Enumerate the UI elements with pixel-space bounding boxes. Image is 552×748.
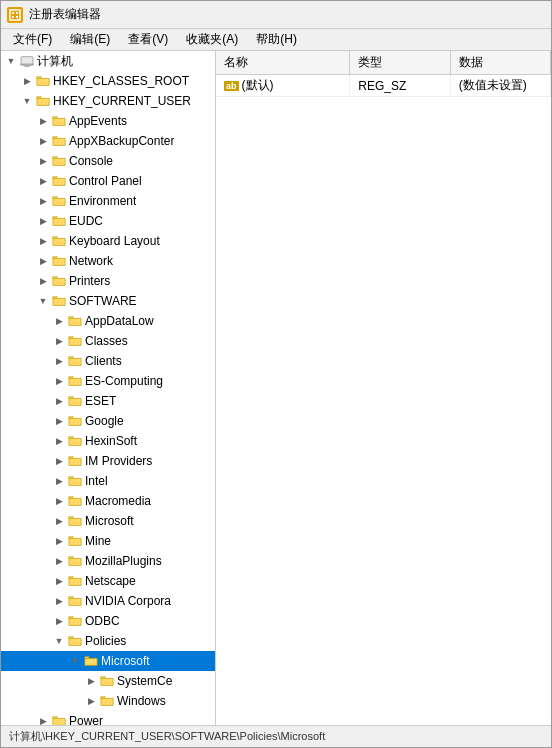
tree-item-keyboard-layout[interactable]: Keyboard Layout xyxy=(1,231,215,251)
expand-arrow-im-providers[interactable] xyxy=(51,451,67,471)
cell-type: REG_SZ xyxy=(350,75,450,97)
label-odbc: ODBC xyxy=(85,614,120,628)
label-macromedia: Macromedia xyxy=(85,494,151,508)
folder-icon-current-user xyxy=(35,93,51,109)
tree-item-eset[interactable]: ESET xyxy=(1,391,215,411)
expand-arrow-microsoft-policies[interactable] xyxy=(67,651,83,671)
expand-arrow-current-user[interactable] xyxy=(19,91,35,111)
expand-arrow-mozillaplugins[interactable] xyxy=(51,551,67,571)
tree-item-appevents[interactable]: AppEvents xyxy=(1,111,215,131)
expand-arrow-network[interactable] xyxy=(35,251,51,271)
label-im-providers: IM Providers xyxy=(85,454,152,468)
menu-view[interactable]: 查看(V) xyxy=(120,29,176,50)
tree-item-classes-root[interactable]: HKEY_CLASSES_ROOT xyxy=(1,71,215,91)
tree-item-classes[interactable]: Classes xyxy=(1,331,215,351)
tree-item-power[interactable]: Power xyxy=(1,711,215,725)
expand-arrow-escomputing[interactable] xyxy=(51,371,67,391)
registry-tree[interactable]: 计算机 HKEY_CLASSES_ROOT xyxy=(1,51,216,725)
folder-icon-intel xyxy=(67,473,83,489)
tree-item-software[interactable]: SOFTWARE xyxy=(1,291,215,311)
expand-arrow-netscape[interactable] xyxy=(51,571,67,591)
computer-label: 计算机 xyxy=(37,53,73,70)
expand-arrow-systemce[interactable] xyxy=(83,671,99,691)
expand-arrow-software[interactable] xyxy=(35,291,51,311)
tree-item-printers[interactable]: Printers xyxy=(1,271,215,291)
menu-file[interactable]: 文件(F) xyxy=(5,29,60,50)
expand-arrow-appxbackup[interactable] xyxy=(35,131,51,151)
table-row[interactable]: ab (默认) REG_SZ (数值未设置) xyxy=(216,75,551,97)
folder-icon-mozillaplugins xyxy=(67,553,83,569)
menu-edit[interactable]: 编辑(E) xyxy=(62,29,118,50)
expand-arrow-classes-root[interactable] xyxy=(19,71,35,91)
expand-arrow-nvidia[interactable] xyxy=(51,591,67,611)
svg-rect-4 xyxy=(16,16,18,18)
expand-arrow-printers[interactable] xyxy=(35,271,51,291)
expand-arrow-power[interactable] xyxy=(35,711,51,725)
expand-arrow-classes[interactable] xyxy=(51,331,67,351)
folder-icon-windows xyxy=(99,693,115,709)
col-name: 名称 xyxy=(216,51,350,75)
expand-arrow-intel[interactable] xyxy=(51,471,67,491)
expand-arrow-console[interactable] xyxy=(35,151,51,171)
expand-arrow-control-panel[interactable] xyxy=(35,171,51,191)
expand-arrow-computer[interactable] xyxy=(3,51,19,71)
label-mozillaplugins: MozillaPlugins xyxy=(85,554,162,568)
tree-item-environment[interactable]: Environment xyxy=(1,191,215,211)
registry-editor-window: 注册表编辑器 文件(F) 编辑(E) 查看(V) 收藏夹(A) 帮助(H) 计 xyxy=(0,0,552,748)
cell-name-text: (默认) xyxy=(242,77,274,94)
tree-item-clients[interactable]: Clients xyxy=(1,351,215,371)
expand-arrow-eset[interactable] xyxy=(51,391,67,411)
tree-item-microsoft-policies[interactable]: Microsoft xyxy=(1,651,215,671)
expand-arrow-clients[interactable] xyxy=(51,351,67,371)
tree-item-macromedia[interactable]: Macromedia xyxy=(1,491,215,511)
tree-item-nvidia[interactable]: NVIDIA Corpora xyxy=(1,591,215,611)
tree-item-mine[interactable]: Mine xyxy=(1,531,215,551)
tree-item-current-user[interactable]: HKEY_CURRENT_USER xyxy=(1,91,215,111)
tree-item-eudc[interactable]: EUDC xyxy=(1,211,215,231)
expand-arrow-mine[interactable] xyxy=(51,531,67,551)
folder-icon-microsoft-policies xyxy=(83,653,99,669)
expand-arrow-windows[interactable] xyxy=(83,691,99,711)
label-hexinsoft: HexinSoft xyxy=(85,434,137,448)
tree-item-intel[interactable]: Intel xyxy=(1,471,215,491)
tree-item-appdatalow[interactable]: AppDataLow xyxy=(1,311,215,331)
expand-arrow-environment[interactable] xyxy=(35,191,51,211)
expand-arrow-macromedia[interactable] xyxy=(51,491,67,511)
tree-item-control-panel[interactable]: Control Panel xyxy=(1,171,215,191)
tree-item-mozillaplugins[interactable]: MozillaPlugins xyxy=(1,551,215,571)
tree-item-policies[interactable]: Policies xyxy=(1,631,215,651)
tree-item-windows[interactable]: Windows xyxy=(1,691,215,711)
expand-arrow-odbc[interactable] xyxy=(51,611,67,631)
expand-arrow-appevents[interactable] xyxy=(35,111,51,131)
folder-icon-environment xyxy=(51,193,67,209)
tree-item-console[interactable]: Console xyxy=(1,151,215,171)
tree-item-im-providers[interactable]: IM Providers xyxy=(1,451,215,471)
tree-item-microsoft-sw[interactable]: Microsoft xyxy=(1,511,215,531)
expand-arrow-hexinsoft[interactable] xyxy=(51,431,67,451)
folder-icon-keyboard-layout xyxy=(51,233,67,249)
tree-item-computer[interactable]: 计算机 xyxy=(1,51,215,71)
tree-item-appxbackup[interactable]: AppXBackupConter xyxy=(1,131,215,151)
tree-item-odbc[interactable]: ODBC xyxy=(1,611,215,631)
tree-item-netscape[interactable]: Netscape xyxy=(1,571,215,591)
tree-item-escomputing[interactable]: ES-Computing xyxy=(1,371,215,391)
label-eudc: EUDC xyxy=(69,214,103,228)
tree-item-network[interactable]: Network xyxy=(1,251,215,271)
tree-item-hexinsoft[interactable]: HexinSoft xyxy=(1,431,215,451)
expand-arrow-eudc[interactable] xyxy=(35,211,51,231)
expand-arrow-keyboard-layout[interactable] xyxy=(35,231,51,251)
label-microsoft-sw: Microsoft xyxy=(85,514,134,528)
menu-help[interactable]: 帮助(H) xyxy=(248,29,305,50)
menu-favorites[interactable]: 收藏夹(A) xyxy=(178,29,246,50)
folder-icon-eudc xyxy=(51,213,67,229)
tree-item-google[interactable]: Google xyxy=(1,411,215,431)
svg-rect-3 xyxy=(12,16,14,18)
expand-arrow-google[interactable] xyxy=(51,411,67,431)
menu-bar: 文件(F) 编辑(E) 查看(V) 收藏夹(A) 帮助(H) xyxy=(1,29,551,51)
status-bar: 计算机\HKEY_CURRENT_USER\SOFTWARE\Policies\… xyxy=(1,725,551,747)
expand-arrow-appdatalow[interactable] xyxy=(51,311,67,331)
expand-arrow-microsoft-sw[interactable] xyxy=(51,511,67,531)
expand-arrow-policies[interactable] xyxy=(51,631,67,651)
computer-icon xyxy=(19,53,35,69)
tree-item-systemce[interactable]: SystemCe xyxy=(1,671,215,691)
